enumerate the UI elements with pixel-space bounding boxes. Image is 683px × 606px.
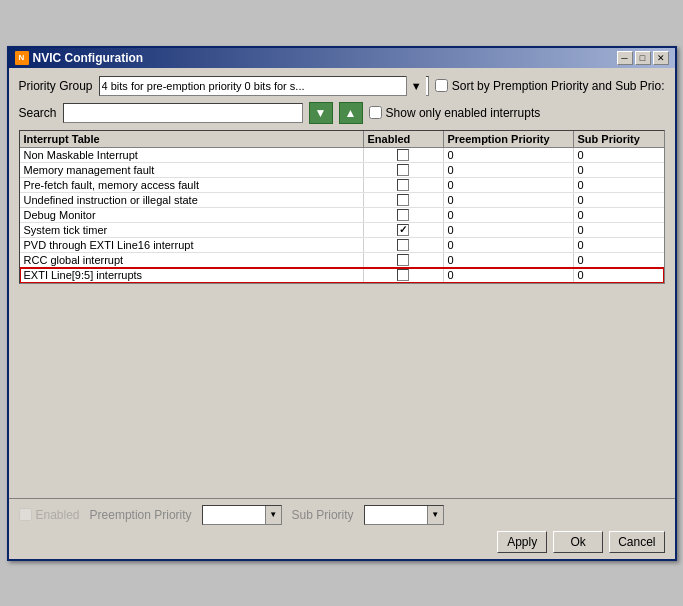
- close-button[interactable]: ✕: [653, 51, 669, 65]
- nvic-configuration-window: N NVIC Configuration ─ □ ✕ Priority Grou…: [7, 46, 677, 561]
- cell-interrupt-name: PVD through EXTI Line16 interrupt: [20, 238, 364, 252]
- minimize-button[interactable]: ─: [617, 51, 633, 65]
- cell-sub: 0: [574, 163, 664, 177]
- cell-enabled[interactable]: [364, 223, 444, 237]
- title-buttons: ─ □ ✕: [617, 51, 669, 65]
- table-body: Non Maskable Interrupt00Memory managemen…: [20, 148, 664, 283]
- cancel-button[interactable]: Cancel: [609, 531, 664, 553]
- table-row[interactable]: System tick timer00: [20, 223, 664, 238]
- apply-button[interactable]: Apply: [497, 531, 547, 553]
- cell-interrupt-name: RCC global interrupt: [20, 253, 364, 267]
- table-row[interactable]: EXTI Line[9:5] interrupts00: [20, 268, 664, 283]
- interrupt-table: Interrupt Table Enabled Preemption Prior…: [19, 130, 665, 284]
- enabled-checkbox[interactable]: [397, 164, 409, 176]
- col-enabled: Enabled: [364, 131, 444, 147]
- table-row[interactable]: PVD through EXTI Line16 interrupt00: [20, 238, 664, 253]
- search-down-button[interactable]: ▼: [309, 102, 333, 124]
- enabled-checkbox[interactable]: [397, 239, 409, 251]
- cell-sub: 0: [574, 178, 664, 192]
- priority-group-select[interactable]: 4 bits for pre-emption priority 0 bits f…: [99, 76, 429, 96]
- cell-preemption: 0: [444, 193, 574, 207]
- cell-preemption: 0: [444, 163, 574, 177]
- table-row[interactable]: Pre-fetch fault, memory access fault00: [20, 178, 664, 193]
- cell-sub: 0: [574, 268, 664, 282]
- priority-group-arrow[interactable]: ▼: [406, 76, 426, 96]
- table-row[interactable]: Non Maskable Interrupt00: [20, 148, 664, 163]
- cell-sub: 0: [574, 223, 664, 237]
- bottom-preemption-label: Preemption Priority: [90, 508, 192, 522]
- cell-preemption: 0: [444, 223, 574, 237]
- cell-preemption: 0: [444, 268, 574, 282]
- col-preemption: Preemption Priority: [444, 131, 574, 147]
- cell-interrupt-name: EXTI Line[9:5] interrupts: [20, 268, 364, 282]
- bottom-enabled-checkbox[interactable]: [19, 508, 32, 521]
- table-row[interactable]: Memory management fault00: [20, 163, 664, 178]
- col-sub: Sub Priority: [574, 131, 664, 147]
- cell-preemption: 0: [444, 148, 574, 162]
- cell-enabled[interactable]: [364, 178, 444, 192]
- cell-enabled[interactable]: [364, 253, 444, 267]
- cell-sub: 0: [574, 148, 664, 162]
- empty-area: [19, 290, 665, 490]
- priority-group-value: 4 bits for pre-emption priority 0 bits f…: [102, 80, 406, 92]
- sort-checkbox-row: Sort by Premption Priority and Sub Prio:: [435, 79, 665, 93]
- enabled-checkbox[interactable]: [397, 179, 409, 191]
- cell-preemption: 0: [444, 238, 574, 252]
- title-bar: N NVIC Configuration ─ □ ✕: [9, 48, 675, 68]
- cell-interrupt-name: System tick timer: [20, 223, 364, 237]
- priority-group-label: Priority Group: [19, 79, 93, 93]
- action-buttons-row: Apply Ok Cancel: [19, 531, 665, 553]
- search-input[interactable]: [63, 103, 303, 123]
- search-up-button[interactable]: ▲: [339, 102, 363, 124]
- show-enabled-label: Show only enabled interrupts: [386, 106, 541, 120]
- priority-group-row: Priority Group 4 bits for pre-emption pr…: [19, 76, 665, 96]
- sub-select-arrow[interactable]: ▼: [427, 506, 443, 524]
- search-row: Search ▼ ▲ Show only enabled interrupts: [19, 102, 665, 124]
- preemption-select-arrow[interactable]: ▼: [265, 506, 281, 524]
- maximize-button[interactable]: □: [635, 51, 651, 65]
- cell-interrupt-name: Memory management fault: [20, 163, 364, 177]
- cell-interrupt-name: Pre-fetch fault, memory access fault: [20, 178, 364, 192]
- bottom-enabled-row: Enabled: [19, 508, 80, 522]
- enabled-checkbox[interactable]: [397, 194, 409, 206]
- cell-enabled[interactable]: [364, 268, 444, 282]
- cell-sub: 0: [574, 238, 664, 252]
- sub-select[interactable]: ▼: [364, 505, 444, 525]
- cell-preemption: 0: [444, 208, 574, 222]
- show-enabled-row: Show only enabled interrupts: [369, 106, 541, 120]
- cell-enabled[interactable]: [364, 163, 444, 177]
- cell-preemption: 0: [444, 253, 574, 267]
- bottom-bar: Enabled Preemption Priority ▼ Sub Priori…: [9, 498, 675, 559]
- cell-sub: 0: [574, 208, 664, 222]
- window-icon: N: [15, 51, 29, 65]
- preemption-select[interactable]: ▼: [202, 505, 282, 525]
- content-area: Priority Group 4 bits for pre-emption pr…: [9, 68, 675, 498]
- bottom-sub-label: Sub Priority: [292, 508, 354, 522]
- enabled-checkbox[interactable]: [397, 209, 409, 221]
- enabled-checkbox[interactable]: [397, 149, 409, 161]
- title-bar-left: N NVIC Configuration: [15, 51, 144, 65]
- enabled-checkbox[interactable]: [397, 224, 409, 236]
- table-row[interactable]: Debug Monitor00: [20, 208, 664, 223]
- cell-sub: 0: [574, 193, 664, 207]
- enabled-checkbox[interactable]: [397, 254, 409, 266]
- table-header: Interrupt Table Enabled Preemption Prior…: [20, 131, 664, 148]
- cell-enabled[interactable]: [364, 238, 444, 252]
- cell-interrupt-name: Non Maskable Interrupt: [20, 148, 364, 162]
- cell-enabled[interactable]: [364, 208, 444, 222]
- sort-label: Sort by Premption Priority and Sub Prio:: [452, 79, 665, 93]
- enabled-checkbox[interactable]: [397, 269, 409, 281]
- col-interrupt-table: Interrupt Table: [20, 131, 364, 147]
- table-row[interactable]: Undefined instruction or illegal state00: [20, 193, 664, 208]
- cell-sub: 0: [574, 253, 664, 267]
- cell-enabled[interactable]: [364, 148, 444, 162]
- sort-checkbox[interactable]: [435, 79, 448, 92]
- cell-enabled[interactable]: [364, 193, 444, 207]
- bottom-enabled-label: Enabled: [36, 508, 80, 522]
- show-enabled-checkbox[interactable]: [369, 106, 382, 119]
- table-row[interactable]: RCC global interrupt00: [20, 253, 664, 268]
- bottom-controls-row: Enabled Preemption Priority ▼ Sub Priori…: [19, 505, 665, 525]
- cell-interrupt-name: Debug Monitor: [20, 208, 364, 222]
- ok-button[interactable]: Ok: [553, 531, 603, 553]
- search-label: Search: [19, 106, 57, 120]
